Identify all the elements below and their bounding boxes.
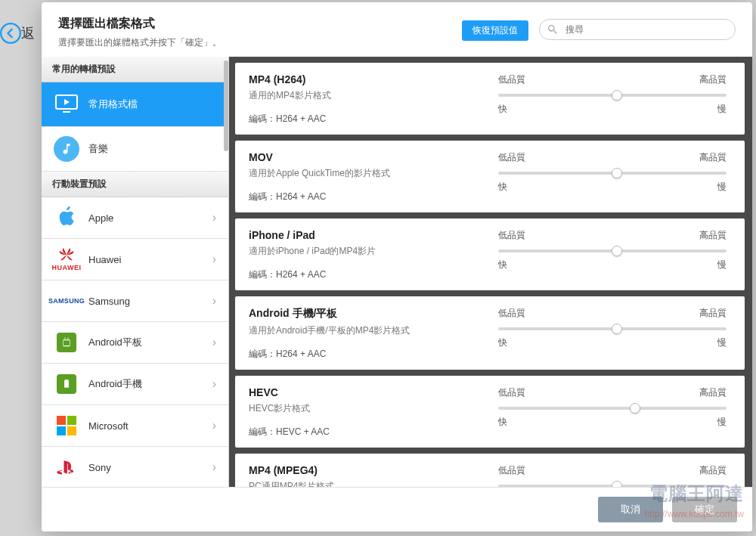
monitor-play-icon (54, 91, 79, 117)
ok-button[interactable]: 確定 (672, 497, 737, 522)
modal-subtitle: 選擇要匯出的媒體格式并按下「確定」。 (58, 36, 462, 49)
quality-low-label: 低品質 (498, 307, 525, 320)
format-card[interactable]: iPhone / iPad 適用於iPhone / iPad的MP4影片 編碼：… (235, 218, 745, 290)
speed-fast-label: 快 (498, 181, 507, 194)
sidebar-item-android-phone[interactable]: Android手機 › (42, 364, 228, 405)
quality-high-label: 高品質 (699, 464, 727, 477)
format-codec: 編碼：H264 + AAC (249, 268, 498, 281)
slider-thumb[interactable] (612, 324, 622, 334)
format-list[interactable]: MP4 (H264) 通用的MP4影片格式 編碼：H264 + AAC 低品質 … (229, 57, 752, 487)
speed-fast-label: 快 (498, 259, 507, 271)
format-description: PC通用MP4影片格式 (249, 480, 498, 487)
search-icon (547, 23, 559, 36)
speed-slow-label: 慢 (717, 181, 727, 194)
format-name: Android 手機/平板 (249, 307, 498, 321)
format-codec: 編碼：H264 + AAC (249, 113, 498, 125)
sidebar-item-android-tablet[interactable]: Android平板 › (42, 322, 228, 364)
svg-point-0 (1, 23, 20, 43)
format-card[interactable]: MP4 (MPEG4) PC通用MP4影片格式 編碼：MPEG4 + AAC 低… (235, 454, 745, 487)
back-label: 返 (21, 24, 35, 42)
speed-fast-label: 快 (498, 336, 507, 349)
speed-slow-label: 慢 (717, 103, 727, 116)
chevron-right-icon: › (212, 419, 216, 432)
quality-slider[interactable] (498, 485, 727, 487)
quality-low-label: 低品質 (498, 464, 525, 477)
quality-slider[interactable] (498, 407, 727, 410)
sidebar-item-common-formats[interactable]: 常用格式檔 (42, 82, 228, 127)
reset-defaults-button[interactable]: 恢復預設值 (462, 20, 528, 41)
format-card[interactable]: MP4 (H264) 通用的MP4影片格式 編碼：H264 + AAC 低品質 … (235, 63, 745, 135)
quality-high-label: 高品質 (699, 151, 727, 164)
sidebar-item-label: 音樂 (88, 142, 216, 156)
format-name: MP4 (H264) (249, 73, 498, 85)
quality-slider[interactable] (498, 327, 727, 330)
chevron-right-icon: › (212, 336, 216, 349)
cancel-button[interactable]: 取消 (598, 497, 663, 522)
speed-fast-label: 快 (498, 103, 507, 116)
android-tablet-icon (54, 330, 79, 355)
sidebar-item-microsoft[interactable]: Microsoft › (42, 405, 228, 447)
modal-footer: 取消 確定 (42, 487, 752, 531)
format-name: HEVC (249, 386, 498, 398)
sidebar[interactable]: 常用的轉檔預設 常用格式檔 音樂 行動裝置預設 Apple › (42, 57, 229, 487)
speed-slow-label: 慢 (717, 259, 727, 271)
quality-high-label: 高品質 (699, 229, 727, 242)
quality-slider[interactable] (498, 249, 727, 253)
sidebar-item-sony[interactable]: Sony › (42, 447, 228, 487)
slider-thumb[interactable] (612, 90, 622, 101)
android-phone-icon (54, 371, 79, 397)
format-codec: 編碼：H264 + AAC (249, 348, 498, 361)
modal-header: 選擇匯出檔案格式 選擇要匯出的媒體格式并按下「確定」。 恢復預設值 (42, 2, 752, 57)
modal-body: 常用的轉檔預設 常用格式檔 音樂 行動裝置預設 Apple › (42, 57, 752, 487)
format-name: iPhone / iPad (249, 229, 498, 241)
speed-fast-label: 快 (498, 416, 507, 429)
sidebar-item-label: Apple (88, 212, 212, 224)
sidebar-item-label: Huawei (88, 254, 212, 265)
back-button[interactable]: 返 (0, 23, 35, 44)
sidebar-item-music[interactable]: 音樂 (42, 127, 228, 172)
search-input[interactable] (539, 19, 736, 40)
svg-rect-2 (63, 111, 70, 113)
slider-thumb[interactable] (612, 168, 622, 178)
format-description: 適用於Apple QuickTime的影片格式 (249, 167, 498, 180)
sidebar-item-huawei[interactable]: HUAWEI Huawei › (42, 239, 228, 280)
format-card[interactable]: Android 手機/平板 適用於Android手機/平板的MP4影片格式 編碼… (235, 296, 745, 370)
export-format-modal: 選擇匯出檔案格式 選擇要匯出的媒體格式并按下「確定」。 恢復預設值 常用的轉檔預… (42, 2, 752, 531)
chevron-right-icon: › (212, 460, 216, 474)
sidebar-item-label: Android手機 (88, 377, 212, 391)
sidebar-item-apple[interactable]: Apple › (42, 197, 228, 239)
chevron-right-icon: › (212, 253, 216, 266)
slider-thumb[interactable] (612, 481, 622, 487)
quality-high-label: 高品質 (699, 73, 727, 86)
slider-thumb[interactable] (612, 246, 622, 256)
speed-slow-label: 慢 (717, 336, 727, 349)
sidebar-item-label: Microsoft (88, 420, 212, 432)
quality-slider[interactable] (498, 94, 727, 97)
format-description: 通用的MP4影片格式 (249, 89, 498, 102)
samsung-icon: SAMSUNG (54, 288, 79, 314)
sidebar-item-label: Sony (88, 462, 212, 473)
format-codec: 編碼：HEVC + AAC (249, 426, 498, 438)
quality-slider[interactable] (498, 172, 727, 175)
sidebar-item-label: Samsung (88, 296, 212, 307)
quality-low-label: 低品質 (498, 229, 525, 242)
quality-low-label: 低品質 (498, 151, 525, 164)
quality-high-label: 高品質 (699, 386, 727, 399)
back-arrow-icon (0, 23, 21, 44)
apple-icon (54, 205, 79, 231)
chevron-right-icon: › (212, 377, 216, 391)
quality-low-label: 低品質 (498, 73, 525, 86)
format-name: MP4 (MPEG4) (249, 464, 498, 476)
music-note-icon (54, 136, 79, 162)
format-card[interactable]: HEVC HEVC影片格式 編碼：HEVC + AAC 低品質 高品質 快 慢 (235, 376, 745, 448)
sidebar-section-common: 常用的轉檔預設 (42, 57, 228, 82)
slider-thumb[interactable] (630, 403, 640, 414)
search-field (539, 19, 736, 40)
sidebar-item-label: 常用格式檔 (88, 98, 216, 111)
format-description: 適用於iPhone / iPad的MP4影片 (249, 245, 498, 258)
quality-low-label: 低品質 (498, 386, 525, 399)
format-card[interactable]: MOV 適用於Apple QuickTime的影片格式 編碼：H264 + AA… (235, 141, 745, 212)
sidebar-section-devices: 行動裝置預設 (42, 172, 228, 197)
huawei-icon: HUAWEI (54, 246, 79, 272)
sidebar-item-samsung[interactable]: SAMSUNG Samsung › (42, 280, 228, 322)
